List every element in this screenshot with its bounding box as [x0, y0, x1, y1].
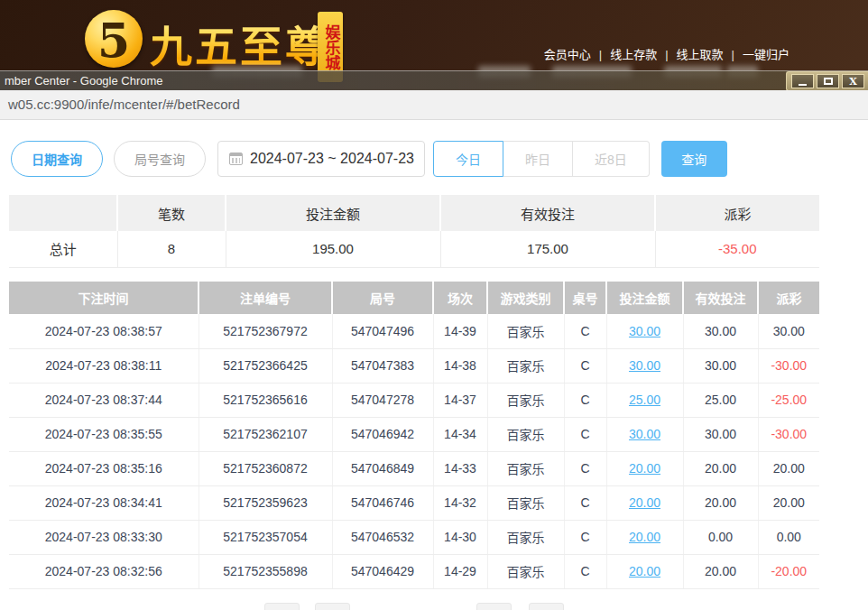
- cell-valid-bet: 30.00: [683, 417, 758, 451]
- cell-bet-time: 2024-07-23 08:37:44: [9, 383, 199, 417]
- cell-session: 14-38: [433, 348, 487, 383]
- bet-amount-link[interactable]: 30.00: [629, 358, 660, 373]
- bet-amount-link[interactable]: 20.00: [629, 530, 660, 544]
- cell-game-type: 百家乐: [487, 348, 564, 383]
- nav-separator: |: [732, 48, 734, 61]
- nav-link-3[interactable]: 线上取款: [677, 48, 724, 61]
- bet-header-cell: 有效投注: [683, 282, 758, 314]
- minimize-icon: [799, 84, 807, 86]
- bet-amount-link[interactable]: 20.00: [629, 495, 660, 510]
- summary-valid-bet: 175.00: [440, 231, 655, 267]
- cell-bet-amount: 30.00: [606, 417, 683, 451]
- summary-header-cell: 派彩: [655, 195, 819, 231]
- cell-round-id: 547047383: [332, 348, 433, 383]
- summary-header-cell: 投注金额: [226, 195, 440, 231]
- screen: 5 九五至尊 娱乐城 会员中心|线上存款|线上取款|一键归户 mber Cent…: [0, 0, 868, 610]
- table-row: 2024-07-23 08:38:57521752367972547047496…: [9, 314, 819, 348]
- date-query-tab[interactable]: 日期查询: [11, 141, 103, 177]
- bet-amount-link[interactable]: 20.00: [629, 564, 660, 578]
- cell-valid-bet: 30.00: [683, 314, 758, 348]
- cell-round-id: 547046532: [332, 520, 433, 554]
- bet-header-cell: 注单编号: [199, 282, 332, 314]
- cell-table-id: C: [564, 451, 606, 485]
- table-row: 2024-07-23 08:32:56521752355898547046429…: [9, 554, 819, 588]
- cell-bet-id: 521752365616: [199, 383, 332, 417]
- cell-bet-id: 521752362107: [199, 417, 332, 451]
- brand-logo-icon: 5: [85, 10, 143, 68]
- cell-bet-time: 2024-07-23 08:38:57: [9, 314, 199, 348]
- table-row: 2024-07-23 08:35:55521752362107547046942…: [9, 417, 819, 451]
- bet-amount-link[interactable]: 30.00: [629, 427, 660, 441]
- quick-range-button-3[interactable]: 近8日: [573, 141, 650, 177]
- maximize-icon: [824, 78, 833, 85]
- cell-round-id: 547047278: [332, 383, 433, 417]
- table-row: 2024-07-23 08:37:44521752365616547047278…: [9, 383, 819, 417]
- calendar-icon: [229, 152, 243, 165]
- top-nav: 会员中心|线上存款|线上取款|一键归户: [544, 45, 790, 62]
- cell-table-id: C: [564, 554, 606, 588]
- cell-bet-time: 2024-07-23 08:35:16: [9, 451, 199, 485]
- window-controls: X: [786, 71, 868, 91]
- cell-game-type: 百家乐: [487, 485, 564, 520]
- filter-bar: 日期查询 局号查询 2024-07-23 ~ 2024-07-23 今日昨日近8…: [11, 141, 727, 177]
- summary-header-row: 笔数投注金额有效投注派彩: [9, 195, 819, 231]
- quick-range-group: 今日昨日近8日: [433, 141, 650, 177]
- cell-game-type: 百家乐: [487, 417, 564, 451]
- cell-payout: 30.00: [758, 314, 819, 348]
- summary-total-row: 总计8195.00175.00-35.00: [9, 231, 819, 267]
- cell-bet-amount: 20.00: [606, 520, 683, 554]
- cell-bet-amount: 20.00: [606, 554, 683, 588]
- pagination-button[interactable]: [315, 603, 350, 610]
- cell-round-id: 547046849: [332, 451, 433, 485]
- cell-session: 14-37: [433, 383, 487, 417]
- window-title: mber Center - Google Chrome: [5, 71, 163, 90]
- cell-valid-bet: 20.00: [683, 485, 758, 520]
- summary-bet-amount: 195.00: [226, 231, 440, 267]
- quick-range-button-2[interactable]: 昨日: [503, 141, 573, 177]
- cell-round-id: 547046429: [332, 554, 433, 588]
- cell-payout: -25.00: [758, 383, 819, 417]
- cell-table-id: C: [564, 314, 606, 348]
- bet-header-cell: 下注时间: [9, 282, 199, 314]
- pagination-button[interactable]: [264, 603, 300, 610]
- nav-link-2[interactable]: 线上存款: [610, 48, 657, 61]
- close-button[interactable]: X: [842, 74, 864, 88]
- bet-header-cell: 桌号: [564, 282, 606, 314]
- cell-bet-id: 521752355898: [199, 554, 332, 588]
- summary-row-label: 总计: [9, 231, 117, 267]
- browser-titlebar[interactable]: mber Center - Google Chrome X: [0, 70, 868, 90]
- bet-header-cell: 局号: [332, 282, 433, 314]
- pagination-button[interactable]: [476, 603, 512, 610]
- cell-table-id: C: [564, 383, 606, 417]
- cell-payout: -20.00: [758, 554, 819, 588]
- summary-payout: -35.00: [655, 231, 819, 267]
- cell-payout: -30.00: [758, 417, 819, 451]
- date-range-input[interactable]: 2024-07-23 ~ 2024-07-23: [217, 141, 425, 177]
- browser-urlbar[interactable]: w05.cc:9900/infe/mcenter/#/betRecord: [0, 90, 868, 120]
- cell-bet-id: 521752367972: [199, 314, 332, 348]
- nav-link-4[interactable]: 一键归户: [743, 48, 790, 61]
- nav-separator: |: [665, 48, 668, 61]
- bet-amount-link[interactable]: 20.00: [629, 461, 660, 476]
- bet-header-cell: 投注金额: [606, 282, 683, 314]
- cell-bet-amount: 30.00: [606, 348, 683, 383]
- quick-range-button-1[interactable]: 今日: [433, 141, 503, 177]
- logo-number: 5: [97, 17, 130, 64]
- maximize-button[interactable]: [817, 74, 839, 88]
- cell-session: 14-30: [433, 520, 487, 554]
- nav-link-1[interactable]: 会员中心: [544, 48, 591, 61]
- cell-payout: -30.00: [758, 348, 819, 383]
- cell-payout: 20.00: [758, 485, 819, 520]
- cell-session: 14-34: [433, 417, 487, 451]
- cell-payout: 20.00: [758, 451, 819, 485]
- round-query-tab[interactable]: 局号查询: [114, 141, 206, 177]
- minimize-button[interactable]: [791, 74, 814, 88]
- bet-amount-link[interactable]: 30.00: [629, 324, 660, 338]
- cell-round-id: 547046746: [332, 485, 433, 520]
- close-icon: X: [849, 76, 857, 88]
- search-button[interactable]: 查询: [661, 141, 727, 177]
- bet-amount-link[interactable]: 25.00: [629, 393, 660, 407]
- pagination-button[interactable]: [529, 603, 564, 610]
- cell-game-type: 百家乐: [487, 554, 564, 588]
- table-row: 2024-07-23 08:38:11521752366425547047383…: [9, 348, 819, 383]
